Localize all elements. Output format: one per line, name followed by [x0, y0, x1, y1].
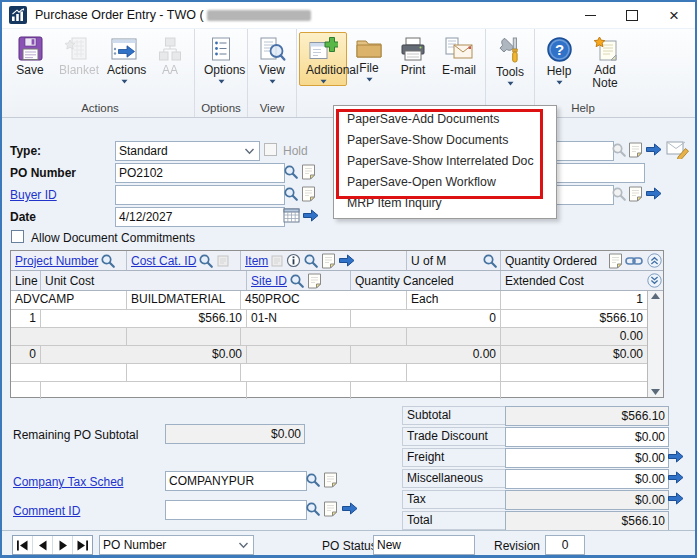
item-link[interactable]: Item	[245, 254, 268, 268]
expansion-arrow-icon[interactable]	[645, 186, 662, 201]
email-button[interactable]: E-mail	[435, 32, 483, 79]
info-icon[interactable]	[286, 253, 301, 268]
expansion-arrow-icon[interactable]	[341, 501, 358, 516]
miscellaneous-label: Miscellaneous	[402, 469, 507, 488]
window-title: Purchase Order Entry - TWO (	[35, 8, 204, 22]
note-icon[interactable]	[307, 273, 322, 289]
tools-button[interactable]: Tools	[488, 32, 532, 88]
sort-by-dropdown[interactable]: PO Number	[99, 535, 254, 555]
lookup-magnifier-icon[interactable]	[303, 253, 319, 269]
record-navigation	[12, 535, 93, 555]
grid-row-3-line-b[interactable]	[11, 381, 663, 399]
cell-uofm	[407, 328, 501, 345]
note-icon[interactable]	[608, 253, 623, 269]
menu-item-papersave-show-interrelated[interactable]: PaperSave-Show Interrelated Doc	[334, 151, 556, 172]
scroll-up-icon[interactable]	[651, 293, 660, 299]
menu-item-papersave-show-documents[interactable]: PaperSave-Show Documents	[334, 130, 556, 151]
actions-button[interactable]: Actions	[100, 32, 148, 86]
date-field[interactable]: 4/12/2027	[115, 207, 285, 227]
menu-item-papersave-open-workflow[interactable]: PaperSave-Open Workflow	[334, 172, 556, 193]
extended-cost-header: Extended Cost	[505, 274, 584, 288]
cell-item: 450PROC	[241, 291, 407, 309]
cell-unit-cost	[41, 382, 247, 399]
chevron-down-icon	[269, 79, 276, 84]
note-icon[interactable]	[323, 501, 338, 517]
view-button[interactable]: View	[250, 32, 294, 86]
trade-discount-field[interactable]: $0.00	[505, 427, 669, 447]
show-detail-icon[interactable]	[647, 253, 662, 268]
maximize-button[interactable]	[611, 2, 653, 28]
close-button[interactable]: ×	[653, 2, 695, 28]
expansion-arrow-icon[interactable]	[338, 253, 355, 268]
folder-icon	[355, 36, 383, 60]
calendar-icon[interactable]	[283, 208, 300, 223]
minimize-button[interactable]	[569, 2, 611, 28]
first-record-button[interactable]	[13, 536, 33, 554]
po-number-field[interactable]: PO2102	[115, 163, 285, 183]
grid-row-3-line-a[interactable]	[11, 363, 663, 381]
vendor-name-field[interactable]	[550, 163, 645, 183]
grid-row-1-line-b[interactable]: 1 $566.10 01-N 0 $566.10	[11, 309, 663, 327]
note-icon[interactable]	[323, 472, 338, 488]
miscellaneous-field[interactable]: $0.00	[505, 469, 669, 489]
grid-row-1-line-a[interactable]: ADVCAMP BUILDMATERIAL 450PROC Each 1	[11, 291, 663, 309]
lookup-magnifier-icon[interactable]	[100, 253, 116, 269]
options-button[interactable]: Options	[197, 32, 245, 86]
freight-field[interactable]: $0.00	[505, 448, 669, 468]
additional-button[interactable]: Additional	[299, 32, 347, 86]
chevron-down-icon	[244, 148, 255, 155]
expansion-arrow-icon[interactable]	[645, 142, 662, 157]
note-icon[interactable]	[628, 186, 643, 202]
toolbar-group-file: Additional File Print E-mail	[297, 29, 486, 117]
hide-detail-icon[interactable]	[647, 273, 662, 288]
file-button[interactable]: File	[347, 32, 391, 84]
menu-item-mrp-item-inquiry[interactable]: MRP Item Inquiry	[334, 193, 556, 214]
lookup-magnifier-icon[interactable]	[289, 273, 305, 289]
site-id-link[interactable]: Site ID	[251, 274, 287, 288]
last-record-button[interactable]	[73, 536, 92, 554]
type-dropdown[interactable]: Standard	[115, 141, 260, 161]
previous-record-button[interactable]	[33, 536, 53, 554]
note-icon[interactable]	[301, 186, 316, 202]
company-tax-sched-link[interactable]: Company Tax Sched	[13, 475, 124, 489]
buyer-id-field[interactable]	[115, 185, 285, 205]
vendor-id-field[interactable]	[550, 141, 614, 161]
menu-item-papersave-add-documents[interactable]: PaperSave-Add Documents	[334, 109, 556, 130]
project-number-link[interactable]: Project Number	[15, 254, 98, 268]
remaining-po-subtotal-field: $0.00	[165, 424, 305, 444]
expansion-arrow-icon[interactable]	[667, 491, 684, 506]
lookup-magnifier-icon[interactable]	[305, 472, 321, 488]
add-note-button[interactable]: Add Note	[581, 32, 629, 92]
comment-id-field[interactable]	[165, 500, 307, 520]
note-icon[interactable]	[321, 253, 336, 269]
help-button[interactable]: ? Help	[537, 32, 581, 87]
lookup-magnifier-icon[interactable]	[283, 164, 299, 180]
trade-discount-label: Trade Discount	[402, 427, 507, 446]
allow-commitments-checkbox[interactable]	[11, 230, 24, 243]
chevron-down-icon	[218, 79, 225, 84]
grid-row-2-line-a[interactable]: 0.00	[11, 327, 663, 345]
lookup-magnifier-icon[interactable]	[198, 253, 214, 269]
previous-record-icon	[38, 540, 48, 551]
grid-scrollbar[interactable]	[647, 291, 663, 397]
next-record-button[interactable]	[53, 536, 73, 554]
toolbar-group-options: Options Options	[195, 29, 248, 117]
save-button[interactable]: Save	[8, 32, 52, 79]
lookup-magnifier-icon[interactable]	[283, 186, 299, 202]
note-icon[interactable]	[301, 164, 316, 180]
comment-id-link[interactable]: Comment ID	[13, 504, 80, 518]
lookup-magnifier-icon[interactable]	[482, 253, 498, 269]
write-letters-icon[interactable]	[666, 141, 690, 159]
expansion-arrow-icon[interactable]	[302, 208, 319, 223]
grid-row-2-line-b[interactable]: 0 $0.00 0.00 $0.00	[11, 345, 663, 363]
expansion-arrow-icon[interactable]	[667, 470, 684, 485]
print-button[interactable]: Print	[391, 32, 435, 79]
cost-cat-id-link[interactable]: Cost Cat. ID	[131, 254, 196, 268]
expansion-arrow-icon[interactable]	[667, 449, 684, 464]
currency-id-field[interactable]	[550, 185, 614, 205]
buyer-id-link[interactable]: Buyer ID	[10, 188, 57, 202]
company-tax-sched-field[interactable]: COMPANYPUR	[165, 471, 307, 491]
lookup-magnifier-icon[interactable]	[305, 501, 321, 517]
scroll-down-icon[interactable]	[651, 389, 660, 395]
note-icon[interactable]	[628, 142, 643, 158]
